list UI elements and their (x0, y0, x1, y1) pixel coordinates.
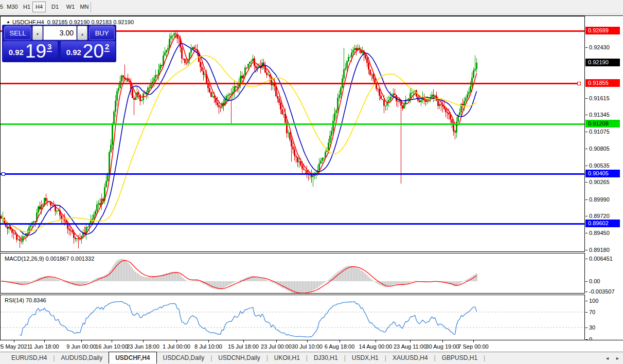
rsi-scale-label: 30 (589, 324, 595, 331)
buy-button[interactable]: BUY (89, 26, 115, 40)
rsi-scale-tick (585, 301, 588, 301)
tab-eurusd-h4[interactable]: EURUSD,H4 (5, 352, 53, 363)
chart-tab-bar: EURUSD,H4|AUDUSD,DailyUSDCHF,H4USDCAD,Da… (0, 352, 623, 364)
tab-scroll-left-icon[interactable]: ◄ (605, 356, 610, 361)
mt4-window: 5 M30H1H4D1W1MN ▲USDCHF,H4 0.92185 0.921… (0, 0, 623, 364)
timeframe-button-m30[interactable]: M30 (5, 2, 20, 12)
tab-gbpusd-h1[interactable]: GBPUSD,H1 (436, 352, 484, 363)
tab-dj30-h1[interactable]: DJ30,H1 (308, 352, 344, 363)
price-tick (585, 132, 588, 132)
time-axis-tick (143, 340, 144, 342)
price-tick-label: 0.89990 (589, 196, 610, 203)
time-axis-tick (376, 340, 376, 342)
time-axis-tick (243, 340, 244, 342)
chart-area: ▲USDCHF,H4 0.92185 0.92190 0.92183 0.921… (0, 15, 623, 352)
sell-price-big: 19 (25, 44, 46, 59)
price-scale[interactable]: 0.924300.916150.913450.910750.908050.905… (585, 16, 623, 340)
buy-price-big: 20 (83, 44, 104, 59)
time-axis-tick (81, 340, 82, 342)
time-axis-tick (208, 340, 209, 342)
macd-label: MACD(12,26,9) 0.001867 0.001332 (5, 256, 94, 262)
collapse-arrow-icon[interactable]: ▲ (6, 20, 10, 24)
rsi-scale-tick (585, 312, 588, 313)
timeframe-toolbar: 5 M30H1H4D1W1MN (0, 0, 623, 14)
macd-panel[interactable]: MACD(12,26,9) 0.001867 0.001332 (0, 253, 585, 294)
tab-usdchf-h4[interactable]: USDCHF,H4 (109, 352, 156, 363)
macd-scale-label: 0.006451 (589, 255, 613, 262)
price-tick-label: 0.89450 (589, 229, 610, 236)
sell-price-pip: 3 (47, 42, 52, 52)
volume-increase-button[interactable]: ▲ (77, 26, 87, 40)
current-price-badge: 0.92190 (585, 59, 620, 66)
hline-0.91208[interactable] (1, 123, 584, 125)
tab-ukoil-h1[interactable]: UKOil,H1 (268, 352, 306, 363)
price-tick (585, 250, 588, 250)
price-chart-panel[interactable]: ▲USDCHF,H4 0.92185 0.92190 0.92183 0.921… (0, 16, 585, 252)
rsi-scale-label: 70 (589, 308, 595, 316)
volume-input[interactable] (43, 26, 77, 40)
rsi-panel[interactable]: RSI(14) 70.8346 (0, 295, 585, 340)
price-tick-label: 0.91075 (589, 128, 610, 135)
time-axis-tick (176, 340, 177, 342)
timeframe-button-h4[interactable]: H4 (32, 2, 46, 12)
time-axis-tick (340, 340, 340, 342)
time-axis-tick (473, 340, 474, 342)
timeframe-button-w1[interactable]: W1 (64, 2, 77, 12)
up-arrow-icon: ▲ (81, 32, 84, 36)
timeframe-button-d1[interactable]: D1 (50, 2, 60, 12)
macd-scale-tick (585, 292, 588, 292)
time-axis-tick (442, 340, 443, 342)
time-axis-tick (276, 340, 277, 342)
tab-usdcnh-daily[interactable]: USDCNH,Daily (212, 352, 266, 363)
tab-audusd-daily[interactable]: AUDUSD,Daily (55, 352, 109, 363)
rsi-canvas[interactable] (1, 295, 584, 340)
macd-scale-label: -0.003507 (589, 288, 615, 295)
timeframe-button-h1[interactable]: H1 (22, 2, 32, 12)
macd-scale-tick (585, 259, 588, 259)
price-tick-label: 0.90805 (589, 145, 610, 152)
price-tick-label: 0.92430 (589, 44, 610, 51)
volume-decrease-button[interactable]: ▼ (32, 26, 43, 40)
sell-price-base: 0.92 (9, 48, 24, 57)
sell-price-box[interactable]: 0.92193 (3, 41, 58, 61)
one-click-trading-panel: SELL ▼ ▲ BUY 0.92193 0.92202 (2, 25, 116, 62)
time-axis-tick (112, 340, 112, 342)
hline-price-badge: 0.89602 (585, 220, 620, 227)
price-tick-label: 0.90535 (589, 162, 610, 169)
rsi-scale-tick (585, 339, 588, 340)
price-tick (585, 166, 588, 166)
tab-usdx-h1[interactable]: USDX,H1 (346, 352, 385, 363)
hline-0.91855[interactable] (1, 83, 579, 84)
sell-button[interactable]: SELL (4, 26, 31, 40)
price-tick-label: 0.89180 (589, 246, 610, 253)
price-tick (585, 233, 588, 233)
buy-price-pip: 2 (104, 42, 110, 52)
price-tick-label: 0.90265 (589, 178, 610, 186)
macd-scale-tick (585, 281, 588, 282)
price-tick (585, 98, 588, 99)
hline-left-handle[interactable] (2, 172, 5, 176)
price-tick-label: 0.89720 (589, 212, 610, 220)
tab-usdcad-daily[interactable]: USDCAD,Daily (157, 352, 211, 363)
hline-0.90405[interactable] (1, 173, 584, 175)
timeframe-button-mn[interactable]: MN (79, 2, 90, 12)
price-tick (585, 216, 588, 216)
hline-price-badge: 0.90405 (585, 170, 620, 177)
timeframe-clipped-button[interactable]: 5 (0, 4, 4, 10)
hline-0.89602[interactable] (1, 223, 584, 225)
buy-price-box[interactable]: 0.92202 (61, 41, 115, 61)
hline-right-handle[interactable] (577, 82, 581, 85)
price-tick-label: 0.91345 (589, 111, 610, 118)
time-axis[interactable]: 25 May 20211 Jun 18:009 Jun 00:0016 Jun … (0, 340, 623, 352)
hline-price-badge: 0.91855 (585, 79, 620, 87)
price-tick (585, 182, 588, 183)
price-tick (585, 149, 588, 149)
hline-price-badge: 0.92699 (585, 27, 620, 34)
tab-scroll-right-icon[interactable]: ► (615, 356, 620, 361)
down-arrow-icon: ▼ (36, 32, 40, 36)
tab-xauusd-h4[interactable]: XAUUSD,H4 (386, 352, 434, 363)
price-tick (585, 199, 588, 200)
buy-price-base: 0.92 (66, 48, 81, 57)
rsi-scale-tick (585, 327, 588, 328)
macd-scale-label: 0.00 (589, 278, 600, 285)
